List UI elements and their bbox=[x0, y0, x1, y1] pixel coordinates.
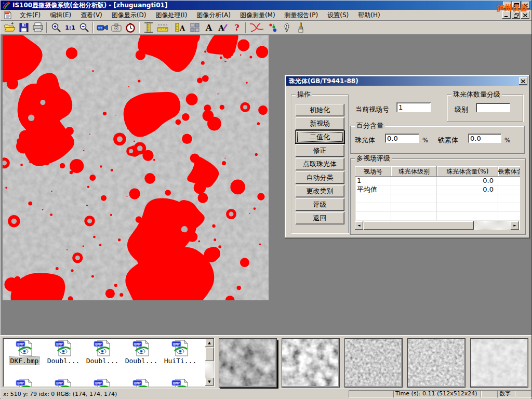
classify-dots-icon[interactable]: 8 bbox=[265, 22, 280, 34]
current-field-label: 当前视场号 bbox=[355, 105, 389, 114]
scroll-thumb[interactable] bbox=[205, 348, 214, 361]
menu-item-1[interactable]: 文件(F) bbox=[15, 10, 45, 21]
scroll-thumb[interactable] bbox=[364, 221, 474, 230]
mdi-close-button[interactable] bbox=[521, 11, 529, 19]
file-browser-scrollbar[interactable]: ▲ ▼ bbox=[205, 339, 214, 386]
grid-tool-icon[interactable] bbox=[188, 22, 202, 34]
text-tool-icon[interactable]: A bbox=[202, 22, 216, 34]
menu-item-3[interactable]: 查看(V) bbox=[76, 10, 107, 21]
table-column-1[interactable]: 视场号 bbox=[355, 166, 391, 177]
file-item[interactable]: BMP DKF.bmp bbox=[6, 340, 43, 365]
micrograph-image[interactable] bbox=[3, 35, 269, 300]
menu-bar: 文件(F)编辑(E)查看(V)图像显示(D)图像处理(I)图像分析(A)图像测量… bbox=[1, 10, 531, 21]
table-column-4[interactable]: 铁素体含量(%) bbox=[498, 166, 520, 177]
rating-table[interactable]: 视场号珠光体级别珠光体含量(%)铁素体含量(%) 10.0平均值0.0 ◄ ► bbox=[355, 166, 520, 230]
scroll-up-icon[interactable]: ▲ bbox=[205, 339, 214, 347]
file-item[interactable]: BMP bbox=[123, 379, 160, 387]
measure-text-icon[interactable]: A bbox=[174, 22, 188, 34]
table-column-3[interactable]: 珠光体含量(%) bbox=[437, 166, 498, 177]
menu-item-5[interactable]: 图像处理(I) bbox=[151, 10, 192, 21]
file-item[interactable]: BMP Doubl... bbox=[45, 340, 82, 365]
file-item[interactable]: BMP Doubl... bbox=[84, 340, 121, 365]
snapshot-camera-icon[interactable] bbox=[109, 22, 123, 34]
file-browser[interactable]: BMP DKF.bmp BMP Doubl... BMP Doubl... BM… bbox=[3, 338, 215, 387]
status-mode: 数字 bbox=[497, 390, 516, 397]
op-button-4[interactable]: 修正 bbox=[296, 144, 344, 157]
thumbnail-3[interactable] bbox=[344, 338, 403, 388]
thumbnail-1[interactable] bbox=[219, 338, 277, 388]
op-button-5[interactable]: 点取珠光体 bbox=[296, 158, 344, 170]
pen-tool-icon[interactable] bbox=[280, 22, 294, 34]
file-item[interactable]: BMP Doubl... bbox=[123, 340, 160, 365]
save-icon[interactable] bbox=[17, 22, 31, 34]
mdi-restore-button[interactable] bbox=[512, 11, 520, 19]
menu-item-7[interactable]: 图像测量(M) bbox=[235, 10, 280, 21]
close-button[interactable] bbox=[522, 2, 530, 9]
zoom-in-icon[interactable] bbox=[49, 22, 63, 34]
brush-tool-icon[interactable] bbox=[294, 22, 308, 34]
rating-table-header: 视场号珠光体级别珠光体含量(%)铁素体含量(%) bbox=[355, 166, 520, 177]
pearlite-percent-input[interactable] bbox=[385, 134, 419, 143]
ruler-icon[interactable] bbox=[155, 22, 169, 34]
table-column-2[interactable]: 珠光体级别 bbox=[391, 166, 437, 177]
op-button-6[interactable]: 自动分类 bbox=[296, 171, 344, 184]
menu-item-2[interactable]: 编辑(E) bbox=[45, 10, 76, 21]
file-item[interactable]: BMP bbox=[84, 379, 121, 387]
scroll-right-icon[interactable]: ► bbox=[511, 221, 519, 230]
menu-item-6[interactable]: 图像分析(A) bbox=[192, 10, 235, 21]
dialog-close-icon[interactable] bbox=[519, 77, 527, 85]
open-folder-icon[interactable] bbox=[3, 22, 17, 34]
file-name: Doubl... bbox=[46, 357, 81, 365]
table-row[interactable] bbox=[355, 194, 520, 203]
menu-item-9[interactable]: 设置(S) bbox=[323, 10, 353, 21]
document-system-icon[interactable] bbox=[4, 11, 12, 19]
op-button-2[interactable]: 新视场 bbox=[296, 117, 344, 130]
thumbnail-4[interactable] bbox=[407, 338, 466, 388]
zoom-out-icon[interactable] bbox=[77, 22, 91, 34]
table-row[interactable]: 10.0 bbox=[355, 177, 520, 185]
actual-size-icon[interactable]: 1:1 bbox=[63, 22, 77, 34]
video-camera-icon[interactable] bbox=[95, 22, 109, 34]
file-name: HuiTi... bbox=[163, 357, 198, 365]
bmp-file-icon: BMP bbox=[171, 340, 190, 356]
bmp-file-icon: BMP bbox=[171, 379, 190, 387]
current-field-input[interactable] bbox=[396, 102, 431, 112]
file-item[interactable]: BMP bbox=[45, 379, 82, 387]
help-icon[interactable]: ? bbox=[230, 22, 244, 34]
annotate-tool-icon[interactable]: A bbox=[216, 22, 230, 34]
maximize-button[interactable] bbox=[512, 2, 521, 9]
op-button-3[interactable]: 二值化 bbox=[296, 131, 344, 143]
print-icon[interactable] bbox=[31, 22, 45, 34]
table-row[interactable]: 平均值0.0 bbox=[355, 185, 520, 194]
thumbnail-2[interactable] bbox=[282, 338, 340, 388]
op-button-9[interactable]: 返回 bbox=[296, 212, 344, 224]
op-button-1[interactable]: 初始化 bbox=[296, 104, 344, 116]
dialog-title-bar[interactable]: 珠光体(GB/T9441-88) bbox=[286, 76, 528, 86]
title-bar[interactable]: IS100显微摄像系统(金相分析版) - [zhuguangti01] bbox=[1, 1, 531, 10]
status-panel-empty3 bbox=[515, 390, 532, 397]
file-item[interactable]: BMP bbox=[6, 379, 43, 387]
scroll-down-icon[interactable]: ▼ bbox=[205, 378, 214, 386]
file-item[interactable]: BMP bbox=[162, 379, 199, 387]
curve-tool-icon[interactable] bbox=[248, 22, 265, 34]
op-button-8[interactable]: 评级 bbox=[296, 198, 344, 211]
menu-item-8[interactable]: 测量报告(P) bbox=[280, 10, 323, 21]
menu-item-10[interactable]: 帮助(H) bbox=[353, 10, 384, 21]
table-hscrollbar[interactable]: ◄ ► bbox=[355, 221, 519, 230]
status-panel-empty2 bbox=[481, 390, 498, 397]
thumbnail-5[interactable] bbox=[470, 338, 528, 388]
timer-icon[interactable] bbox=[123, 22, 137, 34]
caliper-icon[interactable] bbox=[141, 22, 155, 34]
op-button-7[interactable]: 更改类别 bbox=[296, 185, 344, 197]
scroll-left-icon[interactable]: ◄ bbox=[355, 221, 363, 230]
table-row[interactable] bbox=[355, 212, 520, 221]
menu-item-4[interactable]: 图像显示(D) bbox=[107, 10, 151, 21]
ferrite-percent-input[interactable] bbox=[468, 134, 501, 143]
mdi-minimize-button[interactable] bbox=[502, 11, 511, 19]
grade-input[interactable] bbox=[476, 103, 510, 112]
bmp-file-icon: BMP bbox=[132, 340, 151, 356]
minimize-button[interactable] bbox=[503, 2, 511, 9]
rating-group: 多视场评级 视场号珠光体级别珠光体含量(%)铁素体含量(%) 10.0平均值0.… bbox=[350, 158, 526, 235]
file-item[interactable]: BMP HuiTi... bbox=[162, 340, 199, 365]
table-row[interactable] bbox=[355, 203, 520, 212]
